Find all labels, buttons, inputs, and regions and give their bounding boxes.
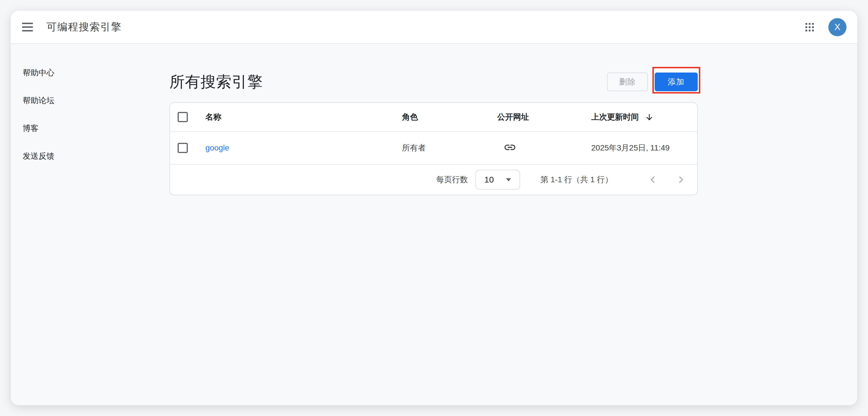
dropdown-caret-icon [506,178,511,181]
apps-grid-icon[interactable] [804,22,815,33]
sort-arrow-down-icon [645,112,654,122]
engine-url-cell [497,141,591,155]
row-checkbox[interactable] [178,143,188,153]
column-header-updated-label: 上次更新时间 [591,112,639,122]
chevron-left-icon [648,175,658,185]
rows-per-page-value: 10 [485,175,494,184]
hamburger-menu-icon[interactable] [22,23,33,31]
row-checkbox-cell [170,143,206,153]
engine-name-link[interactable]: google [206,143,229,152]
column-header-role: 角色 [402,112,497,122]
engine-role-cell: 所有者 [402,143,497,153]
avatar[interactable]: X [828,18,846,36]
header-checkbox-cell [170,112,206,122]
rows-per-page-label: 每页行数 [436,174,468,185]
main-content: 所有搜索引擎 删除 添加 名称 角色 [169,44,698,405]
add-button-wrap: 添加 [655,72,698,91]
header-actions: X [804,18,846,36]
sidebar-item-blog[interactable]: 博客 [23,120,38,136]
select-all-checkbox[interactable] [178,112,188,122]
chevron-right-icon [676,175,686,185]
engine-updated-cell: 2025年3月25日, 11:49 [591,143,697,153]
app-window: 可编程搜索引擎 X 帮助中心 帮助论坛 博客 发送反馈 所有搜索引擎 [11,11,857,405]
next-page-button[interactable] [676,175,686,185]
table-pagination: 每页行数 10 第 1-1 行（共 1 行） [170,165,697,195]
table-header-row: 名称 角色 公开网址 上次更新时间 [170,103,697,132]
sidebar-item-help-forum[interactable]: 帮助论坛 [23,93,54,109]
page-title: 所有搜索引擎 [169,72,263,92]
previous-page-button[interactable] [648,175,658,185]
sidebar-item-send-feedback[interactable]: 发送反馈 [23,148,54,164]
toolbar: 删除 添加 [607,72,698,91]
rows-per-page-select[interactable]: 10 [475,170,520,189]
app-header: 可编程搜索引擎 X [11,11,857,44]
delete-button[interactable]: 删除 [607,72,648,91]
sidebar-item-help-center[interactable]: 帮助中心 [23,65,54,81]
page-body: 帮助中心 帮助论坛 博客 发送反馈 所有搜索引擎 删除 添加 [11,44,857,405]
heading-row: 所有搜索引擎 删除 添加 [169,71,698,93]
app-title: 可编程搜索引擎 [46,20,122,34]
column-header-name: 名称 [206,112,402,122]
table-row: google 所有者 2025年3月25日, 11:49 [170,132,697,165]
sidebar: 帮助中心 帮助论坛 博客 发送反馈 [11,44,169,405]
pagination-range-text: 第 1-1 行（共 1 行） [540,174,613,185]
search-engines-table: 名称 角色 公开网址 上次更新时间 google [169,102,698,195]
column-header-url: 公开网址 [497,112,591,122]
column-header-updated[interactable]: 上次更新时间 [591,112,654,122]
add-button[interactable]: 添加 [655,72,698,91]
public-url-link-icon[interactable] [503,141,517,154]
